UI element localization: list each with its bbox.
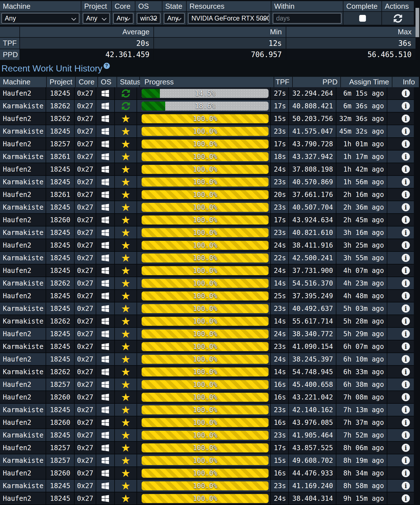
progress-label: 100.0% bbox=[142, 266, 269, 275]
assign-time-value: 6m 15s ago bbox=[336, 87, 387, 99]
progress-cell: 100.0% bbox=[137, 176, 271, 188]
scrollbar-thumb[interactable] bbox=[415, 8, 419, 37]
progress-bar: 100.0% bbox=[142, 241, 269, 250]
progress-label: 100.0% bbox=[142, 228, 269, 237]
info-icon[interactable]: i bbox=[402, 431, 410, 439]
star-finished-icon: ★ bbox=[121, 151, 130, 162]
core-filter-select[interactable]: Any bbox=[113, 13, 133, 24]
tpf-value: 25s bbox=[271, 290, 289, 302]
info-icon[interactable]: i bbox=[402, 444, 410, 452]
info-icon[interactable]: i bbox=[402, 292, 410, 300]
info-icon[interactable]: i bbox=[402, 380, 410, 389]
assign-time-value: 5h 03m ago bbox=[336, 302, 387, 315]
complete-checkbox[interactable] bbox=[359, 15, 366, 22]
core-id: 0x27 bbox=[75, 429, 96, 441]
core-id: 0x27 bbox=[75, 163, 96, 175]
assign-time-value: 2h 36m ago bbox=[336, 201, 387, 213]
progress-label: 100.0% bbox=[142, 405, 269, 414]
help-icon[interactable]: ? bbox=[104, 63, 110, 69]
project-number: 18245 bbox=[46, 328, 75, 340]
col-header-tpf: TPF bbox=[274, 77, 292, 87]
tpf-value: 15s bbox=[271, 454, 289, 466]
info-icon[interactable]: i bbox=[402, 279, 410, 287]
progress-label: 100.0% bbox=[142, 342, 269, 351]
project-filter-select[interactable]: Any bbox=[83, 13, 110, 24]
info-icon[interactable]: i bbox=[402, 342, 410, 351]
assign-time-value: 32m 36s ago bbox=[336, 113, 387, 125]
progress-cell: 100.0% bbox=[137, 492, 271, 504]
machine-filter-select[interactable]: Any bbox=[1, 13, 79, 24]
info-icon[interactable]: i bbox=[402, 203, 410, 211]
core-id: 0x27 bbox=[75, 328, 96, 340]
progress-bar: 100.0% bbox=[142, 114, 269, 123]
progress-bar: 100.0% bbox=[142, 481, 269, 490]
info-icon[interactable]: i bbox=[402, 127, 410, 135]
info-icon[interactable]: i bbox=[402, 355, 410, 363]
windows-os-icon bbox=[96, 176, 115, 188]
star-finished-icon: ★ bbox=[121, 455, 130, 466]
work-unit-row: Karmakiste 18262 0x27 ★ 100.0% 14s 54.51… bbox=[0, 277, 414, 290]
info-icon[interactable]: i bbox=[402, 178, 410, 186]
project-number: 18262 bbox=[46, 366, 75, 378]
info-icon[interactable]: i bbox=[402, 89, 410, 97]
info-icon[interactable]: i bbox=[402, 102, 410, 110]
star-finished-icon: ★ bbox=[121, 493, 130, 504]
info-icon[interactable]: i bbox=[402, 317, 410, 325]
progress-bar: 100.0% bbox=[142, 469, 269, 478]
summary-row-label-ppd: PPD bbox=[0, 49, 19, 60]
tpf-value: 27s bbox=[271, 87, 289, 99]
tpf-value: 22s bbox=[271, 252, 289, 264]
within-days-input[interactable] bbox=[273, 13, 341, 24]
work-unit-row: Karmakiste 18262 0x27 ★ 100.0% 14s 55.61… bbox=[0, 315, 414, 328]
info-icon[interactable]: i bbox=[402, 190, 410, 199]
machine-name: Haufen2 bbox=[0, 113, 46, 125]
info-icon[interactable]: i bbox=[402, 469, 410, 477]
info-icon[interactable]: i bbox=[402, 254, 410, 262]
star-finished-icon: ★ bbox=[121, 253, 130, 263]
tpf-min: 12s bbox=[154, 38, 286, 49]
refresh-actions-icon[interactable] bbox=[394, 14, 402, 23]
machine-name: Karmakiste bbox=[0, 151, 46, 163]
work-unit-row: Haufen2 18257 0x27 ★ 100.0% 16s 45.400.6… bbox=[0, 378, 414, 391]
info-icon[interactable]: i bbox=[402, 406, 410, 414]
progress-label: 100.0% bbox=[142, 418, 269, 427]
tpf-value: 17s bbox=[271, 138, 289, 150]
project-number: 18257 bbox=[46, 454, 75, 466]
info-icon[interactable]: i bbox=[402, 482, 410, 490]
windows-os-icon bbox=[96, 353, 115, 365]
info-icon[interactable]: i bbox=[402, 152, 410, 161]
info-icon[interactable]: i bbox=[402, 418, 410, 427]
progress-label: 100.0% bbox=[142, 443, 269, 452]
status-icon-cell: ★ bbox=[115, 442, 137, 454]
progress-bar: 100.0% bbox=[142, 380, 269, 389]
info-icon[interactable]: i bbox=[402, 456, 410, 464]
info-icon[interactable]: i bbox=[402, 228, 410, 237]
resources-filter-select[interactable]: NVIDIA GeForce RTX 5090 bbox=[188, 13, 269, 24]
progress-label: 100.0% bbox=[142, 165, 269, 174]
info-icon[interactable]: i bbox=[402, 241, 410, 249]
filter-header-machine: Machine bbox=[0, 1, 81, 11]
info-icon[interactable]: i bbox=[402, 330, 410, 338]
assign-time-value: 5h 28m ago bbox=[336, 315, 387, 327]
status-icon-cell: ★ bbox=[115, 366, 137, 378]
project-number: 18262 bbox=[46, 100, 75, 112]
machine-name: Haufen2 bbox=[0, 442, 46, 454]
info-icon[interactable]: i bbox=[402, 304, 410, 313]
info-icon[interactable]: i bbox=[402, 165, 410, 173]
tpf-value: 23s bbox=[271, 404, 289, 416]
machine-name: Karmakiste bbox=[0, 252, 46, 264]
ppd-value: 45.400.658 bbox=[289, 378, 336, 390]
info-icon[interactable]: i bbox=[402, 140, 410, 148]
ppd-value: 40.492.637 bbox=[289, 302, 336, 315]
info-icon[interactable]: i bbox=[402, 393, 410, 401]
os-filter-select[interactable]: win32 bbox=[137, 13, 160, 24]
work-unit-row: Haufen2 18261 0x27 ★ 100.0% 20s 37.661.1… bbox=[0, 188, 414, 201]
state-filter-select[interactable]: Any bbox=[164, 13, 185, 24]
info-icon[interactable]: i bbox=[402, 216, 410, 224]
info-icon[interactable]: i bbox=[402, 115, 410, 123]
tpf-average: 20s bbox=[20, 38, 153, 49]
info-icon[interactable]: i bbox=[402, 266, 410, 275]
info-icon[interactable]: i bbox=[402, 368, 410, 376]
info-icon[interactable]: i bbox=[402, 494, 410, 502]
project-number: 18245 bbox=[46, 201, 75, 213]
